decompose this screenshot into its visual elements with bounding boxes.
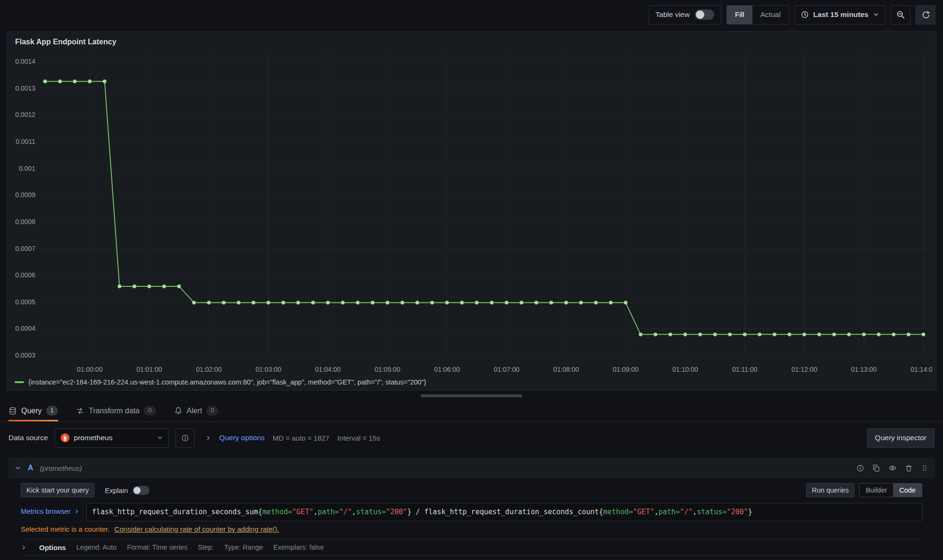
query-token-string: "/"	[680, 508, 693, 516]
collapse-chevron-down-icon[interactable]	[15, 465, 21, 471]
x-axis-tick-label: 01:11:00	[732, 366, 758, 373]
pane-resize-handle[interactable]	[421, 394, 522, 397]
options-label: Options	[39, 543, 66, 552]
zoom-out-icon	[896, 10, 905, 19]
series-point	[788, 333, 792, 336]
query-ref-id[interactable]: A	[28, 464, 33, 472]
y-axis-tick-label: 0.001	[19, 165, 35, 172]
database-icon	[8, 407, 17, 415]
latency-time-series-chart[interactable]: 0.00140.00130.00120.00110.0010.00090.000…	[11, 47, 932, 376]
series-line	[45, 82, 924, 334]
series-point	[43, 80, 47, 84]
switch-knob	[696, 10, 704, 19]
query-token-string: "/"	[339, 508, 352, 516]
query-token-plain: ,	[693, 508, 697, 516]
series-point	[579, 301, 583, 305]
tab-transform-data[interactable]: Transform data 0	[76, 400, 156, 421]
x-axis-tick-label: 01:00:00	[77, 366, 103, 373]
time-range-picker[interactable]: Last 15 minutes	[794, 5, 885, 25]
view-mode-fill-button[interactable]: Fill	[727, 6, 752, 24]
series-point	[877, 333, 881, 336]
series-point	[892, 333, 896, 336]
x-axis-tick-label: 01:03:00	[256, 366, 282, 373]
refresh-button[interactable]	[916, 5, 935, 25]
datasource-picker[interactable]: prometheus	[55, 428, 169, 448]
series-point	[743, 333, 747, 336]
query-row-actions	[856, 464, 928, 472]
chart-legend: {instance="ec2-184-169-216-224.us-west-1…	[7, 376, 936, 386]
run-queries-button[interactable]: Run queries	[806, 483, 854, 497]
query-option-meta: Legend: Auto	[76, 543, 117, 551]
chevron-right-icon[interactable]	[205, 435, 211, 441]
datasource-selected-value: prometheus	[74, 434, 152, 442]
query-options-toggle[interactable]: Query options	[219, 434, 265, 442]
x-axis-tick-label: 01:08:00	[553, 366, 579, 373]
x-axis-tick-label: 01:02:00	[196, 366, 222, 373]
metrics-browser-toggle[interactable]: Metrics browser	[21, 503, 80, 515]
kick-start-query-button[interactable]: Kick start your query	[21, 483, 94, 497]
warning-rate-link[interactable]: Consider calculating rate of counter by …	[115, 525, 279, 533]
series-point	[341, 301, 345, 305]
query-editor-row: A (prometheus)	[8, 458, 935, 556]
view-mode-actual-button[interactable]: Actual	[752, 6, 789, 24]
tab-query[interactable]: Query 1	[8, 400, 58, 421]
x-axis-tick-label: 01:12:00	[792, 366, 818, 373]
metrics-browser-label: Metrics browser	[21, 507, 71, 515]
panel-header[interactable]: Flask App Endpoint Latency	[7, 32, 936, 46]
duplicate-query-icon[interactable]	[872, 464, 880, 472]
query-options-group: Query options MD = auto = 1827 Interval …	[205, 434, 380, 442]
query-options-collapse[interactable]: Options Legend: AutoFormat: Time seriesS…	[21, 539, 922, 556]
x-axis-tick-label: 01:01:00	[136, 366, 162, 373]
query-datasource-hint: (prometheus)	[40, 464, 82, 472]
series-point	[907, 333, 910, 336]
table-view-label: Table view	[656, 10, 690, 19]
series-point	[237, 301, 241, 305]
series-point	[445, 301, 449, 305]
tab-transform-badge: 0	[144, 406, 156, 416]
remove-query-trash-icon[interactable]	[905, 464, 913, 472]
options-summary: Legend: AutoFormat: Time seriesStep:Type…	[76, 543, 324, 551]
series-point	[609, 301, 613, 305]
series-point	[386, 301, 390, 305]
series-point	[534, 301, 538, 305]
series-point	[148, 284, 151, 288]
query-inspector-button[interactable]: Query inspector	[867, 428, 935, 448]
explain-switch[interactable]	[133, 486, 150, 495]
editor-mode-builder-button[interactable]: Builder	[860, 484, 893, 497]
zoom-out-button[interactable]	[891, 5, 910, 25]
series-point	[520, 301, 524, 305]
query-history-icon[interactable]	[856, 464, 864, 472]
query-option-meta: Step:	[198, 543, 214, 551]
query-token-plain: }	[748, 508, 752, 516]
query-option-meta: Type: Range	[224, 543, 263, 551]
tab-query-badge: 1	[46, 406, 58, 416]
legend-series-label[interactable]: {instance="ec2-184-169-216-224.us-west-1…	[28, 378, 426, 386]
series-point	[251, 301, 255, 305]
tab-alert[interactable]: Alert 0	[174, 400, 218, 421]
series-point	[282, 301, 285, 305]
explain-label: Explain	[105, 486, 128, 494]
editor-mode-code-button[interactable]: Code	[893, 484, 922, 497]
chevron-down-icon	[873, 11, 879, 18]
query-toolbar-right: Run queries Builder Code	[806, 483, 922, 497]
series-point	[103, 80, 107, 84]
series-point	[207, 301, 211, 305]
legend-series-swatch[interactable]	[15, 381, 24, 383]
query-token-label: status=	[697, 508, 726, 516]
query-option-meta: Format: Time series	[127, 543, 187, 551]
series-point	[594, 301, 598, 305]
series-point	[117, 284, 121, 288]
promql-query-input[interactable]: flask_http_request_duration_seconds_sum{…	[86, 503, 922, 521]
drag-grip-icon[interactable]	[921, 464, 928, 472]
query-row-header[interactable]: A (prometheus)	[8, 458, 935, 478]
query-token-string: "200"	[386, 508, 407, 516]
series-point	[430, 301, 434, 305]
table-view-switch[interactable]	[695, 9, 714, 20]
latency-panel: Flask App Endpoint Latency 0.00140.00130…	[7, 31, 936, 391]
query-token-string: "GET"	[292, 508, 313, 516]
hide-query-eye-icon[interactable]	[888, 464, 897, 472]
chevron-down-icon	[157, 435, 163, 441]
series-point	[684, 333, 687, 336]
datasource-help-button[interactable]	[175, 428, 195, 448]
x-axis-tick-label: 01:06:00	[434, 366, 460, 373]
